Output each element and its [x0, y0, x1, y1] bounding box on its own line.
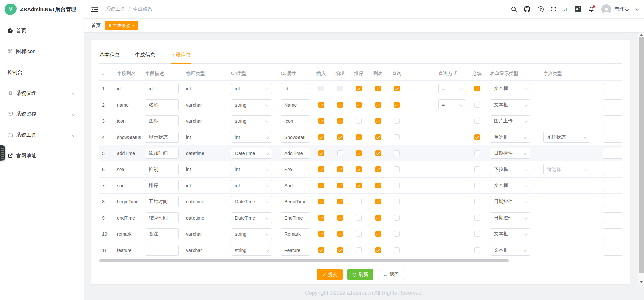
csharp-type-select[interactable]: int — [231, 164, 272, 175]
github-icon[interactable] — [524, 6, 530, 12]
extra-input[interactable] — [603, 180, 622, 191]
edit-checkbox[interactable] — [337, 231, 343, 237]
csharp-property-input[interactable] — [281, 212, 310, 223]
dict-type-select[interactable]: 系统状态 — [543, 132, 590, 143]
edit-checkbox[interactable] — [337, 102, 343, 108]
scroll-down-arrow-icon[interactable] — [638, 279, 644, 285]
list-checkbox[interactable] — [375, 102, 381, 108]
sidebar-item-system-monitor[interactable]: 系统监控 — [0, 104, 84, 124]
display-type-select[interactable]: 文本框 — [490, 228, 530, 239]
csharp-property-input[interactable] — [281, 228, 310, 239]
description-input[interactable] — [145, 228, 179, 239]
csharp-property-input[interactable] — [281, 115, 310, 126]
display-type-select[interactable]: 日期控件 — [490, 212, 530, 223]
submit-button[interactable]: ✓ 提交 — [317, 269, 343, 280]
sidebar-item-official-site[interactable]: 官网地址 — [0, 145, 84, 166]
tag-home[interactable]: 首页 — [91, 23, 101, 29]
avatar[interactable] — [601, 4, 611, 14]
description-input[interactable] — [145, 115, 179, 126]
extra-input[interactable] — [603, 212, 622, 223]
breadcrumb-item[interactable]: 系统工具 — [105, 6, 125, 12]
query-checkbox[interactable] — [394, 102, 400, 108]
insert-checkbox[interactable] — [318, 150, 324, 156]
query-checkbox[interactable] — [394, 134, 400, 140]
csharp-property-input[interactable] — [281, 132, 310, 143]
sort-checkbox[interactable] — [356, 231, 362, 237]
tab-generate-info[interactable]: 生成信息 — [135, 52, 155, 63]
edit-checkbox[interactable] — [337, 199, 343, 204]
list-checkbox[interactable] — [375, 86, 381, 91]
insert-checkbox[interactable] — [318, 247, 324, 253]
translate-icon[interactable]: Az — [575, 6, 581, 12]
extra-input[interactable] — [603, 148, 622, 159]
edit-checkbox[interactable] — [337, 134, 343, 140]
sidebar-item-console[interactable]: 控制台 — [0, 62, 84, 83]
csharp-property-input[interactable] — [281, 99, 310, 110]
query-checkbox[interactable] — [394, 183, 400, 188]
required-checkbox[interactable] — [474, 247, 480, 253]
list-checkbox[interactable] — [375, 134, 381, 140]
description-input[interactable] — [145, 132, 179, 143]
font-size-icon[interactable]: tT — [563, 6, 568, 12]
csharp-type-select[interactable]: string — [231, 245, 272, 256]
required-checkbox[interactable] — [474, 183, 480, 188]
display-type-select[interactable]: 文本框 — [490, 99, 530, 110]
query-mode-select[interactable]: = — [438, 99, 466, 110]
close-icon[interactable]: × — [132, 23, 135, 28]
edit-checkbox[interactable] — [337, 183, 343, 188]
sort-checkbox[interactable] — [356, 183, 362, 188]
csharp-property-input[interactable] — [281, 180, 310, 191]
extra-input[interactable] — [603, 228, 622, 239]
user-name[interactable]: 管理员 — [615, 6, 629, 12]
csharp-type-select[interactable]: int — [231, 83, 272, 94]
extra-input[interactable] — [603, 245, 622, 256]
query-checkbox[interactable] — [394, 199, 400, 204]
sidebar-item-icons[interactable]: ⌘ 图标icon — [0, 41, 84, 62]
required-checkbox[interactable] — [474, 166, 480, 172]
csharp-type-select[interactable]: int — [231, 132, 272, 143]
tag-active-generate-edit[interactable]: 生成修改 × — [105, 21, 138, 30]
display-type-select[interactable]: 图片上传 — [490, 115, 530, 126]
edit-checkbox[interactable] — [337, 150, 343, 156]
query-mode-select[interactable]: = — [438, 83, 466, 94]
csharp-property-input[interactable] — [281, 83, 310, 94]
query-checkbox[interactable] — [394, 247, 400, 253]
required-checkbox[interactable] — [474, 215, 480, 221]
query-checkbox[interactable] — [394, 150, 400, 156]
sort-checkbox[interactable] — [356, 118, 362, 124]
required-checkbox[interactable] — [474, 134, 480, 140]
insert-checkbox[interactable] — [318, 215, 324, 221]
search-icon[interactable] — [511, 6, 517, 12]
back-button[interactable]: ← 返回 — [378, 269, 404, 280]
csharp-property-input[interactable] — [281, 164, 310, 175]
horizontal-scrollbar[interactable] — [99, 259, 509, 262]
description-input[interactable] — [145, 164, 179, 175]
refresh-button[interactable]: 刷新 — [347, 269, 373, 280]
extra-input[interactable] — [603, 115, 622, 126]
list-checkbox[interactable] — [375, 183, 381, 188]
csharp-type-select[interactable]: int — [231, 180, 272, 191]
csharp-type-select[interactable]: DateTime — [231, 148, 272, 159]
extra-input[interactable] — [603, 164, 622, 175]
sort-checkbox[interactable] — [356, 166, 362, 172]
description-input[interactable] — [145, 180, 179, 191]
description-input[interactable] — [145, 196, 179, 207]
description-input[interactable] — [145, 212, 179, 223]
sort-checkbox[interactable] — [356, 215, 362, 221]
fullscreen-icon[interactable] — [551, 6, 556, 12]
extra-input[interactable] — [603, 99, 622, 110]
list-checkbox[interactable] — [375, 199, 381, 204]
sort-checkbox[interactable] — [356, 134, 362, 140]
required-checkbox[interactable] — [474, 150, 480, 156]
dict-type-select[interactable]: 请选择 — [543, 164, 590, 175]
vertical-scrollbar[interactable] — [638, 32, 644, 285]
query-checkbox[interactable] — [394, 166, 400, 172]
sidebar-fold-icon[interactable] — [91, 6, 98, 12]
list-checkbox[interactable] — [375, 231, 381, 237]
edit-checkbox[interactable] — [337, 215, 343, 221]
display-type-select[interactable]: 日期控件 — [490, 196, 530, 207]
csharp-type-select[interactable]: DateTime — [231, 212, 272, 223]
query-checkbox[interactable] — [394, 86, 400, 91]
scrollbar-thumb[interactable] — [639, 37, 644, 273]
insert-checkbox[interactable] — [318, 183, 324, 188]
